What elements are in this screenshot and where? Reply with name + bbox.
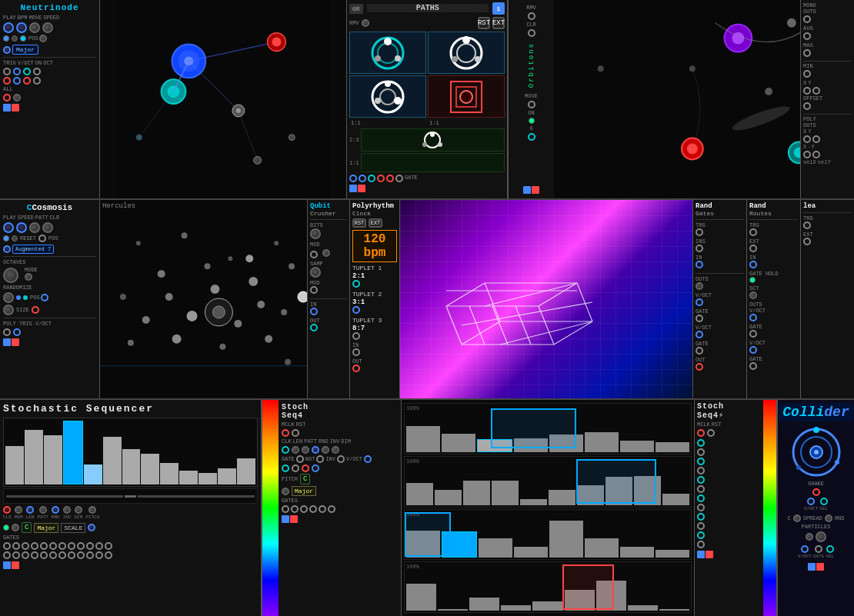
seq-mem-knob[interactable] — [15, 506, 22, 514]
play-knob[interactable] — [3, 22, 14, 33]
bpm-knob[interactable] — [16, 22, 27, 33]
orb-g[interactable] — [528, 133, 535, 141]
min-jack[interactable] — [803, 70, 811, 78]
seq-pitch-knob[interactable] — [88, 506, 96, 514]
rg-voct2[interactable] — [696, 331, 703, 338]
seq4r-j1[interactable] — [697, 439, 705, 447]
all-jack[interactable] — [3, 94, 11, 102]
rg-voct1[interactable] — [696, 298, 703, 306]
qubit-samp-knob2[interactable] — [310, 267, 321, 278]
tup1-jack[interactable] — [352, 280, 360, 288]
seq-gate-5[interactable] — [40, 542, 48, 550]
rr-gate2[interactable] — [749, 362, 757, 370]
seq4l-jack-c4[interactable] — [312, 464, 319, 472]
seq-gate-2[interactable] — [12, 542, 20, 550]
qubit-out-jack[interactable] — [310, 324, 318, 331]
cosm-speed-knob[interactable] — [16, 222, 27, 233]
poly-y-jack[interactable] — [812, 135, 820, 143]
path-jack-2[interactable] — [359, 175, 366, 182]
seq4l-inv[interactable] — [322, 446, 329, 454]
lea-trg[interactable] — [803, 221, 811, 229]
offset-jack[interactable] — [803, 102, 811, 110]
seq-gate-8[interactable] — [68, 542, 75, 550]
seq4r-j7[interactable] — [697, 494, 705, 502]
seq4r-j6[interactable] — [697, 485, 705, 493]
ext-btn[interactable]: EXT — [492, 17, 505, 29]
seq4l-g4[interactable] — [309, 505, 317, 513]
seq-gate-b12[interactable] — [105, 551, 112, 559]
seq-gate-7[interactable] — [58, 542, 66, 550]
rmv-knob[interactable] — [362, 19, 369, 27]
rst-btn[interactable]: RST — [478, 17, 490, 29]
mono-jack-x[interactable] — [803, 15, 811, 23]
seq4l-gate1[interactable] — [296, 455, 304, 463]
y-jack[interactable] — [812, 87, 820, 95]
on-jack[interactable] — [23, 68, 31, 75]
coll-shake-jack[interactable] — [812, 488, 820, 496]
seq-gate-3[interactable] — [22, 542, 29, 550]
seq4r-j8[interactable] — [697, 504, 705, 511]
path-jack-4[interactable] — [377, 175, 385, 182]
poly-voct-jack[interactable] — [13, 328, 21, 336]
orb-rmv[interactable] — [528, 12, 535, 20]
seq-gate-b1[interactable] — [3, 551, 11, 559]
seq-gate-1[interactable] — [3, 542, 11, 550]
path-jack-5[interactable] — [386, 175, 394, 182]
seq-gate-b2[interactable] — [12, 551, 20, 559]
seq4l-len[interactable] — [292, 446, 299, 454]
seq-inv-knob[interactable] — [63, 506, 71, 514]
poly-ext-btn[interactable]: EXT — [369, 218, 382, 228]
cosm-rnd-knob[interactable] — [3, 292, 14, 303]
coll-spread-knob[interactable] — [825, 514, 832, 522]
seq-gate-9[interactable] — [77, 542, 85, 550]
knob-sm-1[interactable] — [3, 46, 11, 54]
rr-in[interactable] — [749, 261, 757, 268]
seq4l-g1[interactable] — [282, 505, 289, 513]
seq4r-j12[interactable] — [697, 541, 705, 548]
seq4l-g5[interactable] — [319, 505, 326, 513]
rr-gate1[interactable] — [749, 330, 757, 338]
jack-r3[interactable] — [23, 77, 31, 85]
qubit-in-jack[interactable] — [310, 308, 318, 315]
jack-r4[interactable] — [33, 77, 41, 85]
seq4l-jack-c2[interactable] — [292, 464, 299, 472]
seq4l-voct1[interactable] — [364, 455, 372, 463]
coll-vel-out[interactable] — [826, 545, 834, 553]
pos-knob[interactable] — [39, 35, 47, 42]
seq4l-clk[interactable] — [282, 446, 289, 454]
rr-voct2[interactable] — [749, 346, 757, 354]
poly-out-jack[interactable] — [352, 365, 360, 372]
tup3-jack[interactable] — [352, 332, 360, 340]
lea-ext[interactable] — [803, 238, 811, 245]
cosm-octaves-knob[interactable] — [3, 268, 18, 283]
seq4r-j2[interactable] — [697, 448, 705, 456]
ny-jack[interactable] — [812, 151, 820, 158]
coll-part-big-knob[interactable] — [816, 531, 826, 542]
max-jack[interactable] — [803, 49, 811, 57]
rg-out[interactable] — [696, 363, 703, 371]
move-knob[interactable] — [29, 22, 40, 33]
orb-move[interactable] — [528, 101, 535, 108]
poly-rst-btn[interactable]: RST — [352, 218, 366, 228]
seq4l-jack-c3[interactable] — [302, 464, 309, 472]
seq4r-mclk[interactable] — [697, 429, 705, 437]
rg-outs-knob[interactable] — [696, 282, 703, 290]
coll-voct-out[interactable] — [801, 545, 809, 553]
qubit-bits-knob[interactable] — [310, 228, 321, 239]
cosm-patt-knob[interactable] — [29, 222, 40, 233]
x-jack[interactable] — [803, 87, 811, 95]
knob-all[interactable] — [13, 94, 21, 102]
jack-r2[interactable] — [13, 77, 21, 85]
path-jack-3[interactable] — [368, 175, 375, 182]
cosm-knob-sm[interactable] — [3, 245, 11, 253]
orb-clr[interactable] — [528, 29, 535, 37]
speed-knob[interactable] — [42, 22, 53, 33]
rr-voct1[interactable] — [749, 314, 757, 321]
seq4r-j10[interactable] — [697, 522, 705, 530]
oct-jack[interactable] — [33, 68, 41, 75]
rr-trg[interactable] — [749, 228, 757, 236]
seq4l-dim[interactable] — [332, 446, 339, 454]
seq-gate-4[interactable] — [31, 542, 38, 550]
avg-jack[interactable] — [803, 32, 811, 40]
x2-jack[interactable] — [803, 151, 811, 158]
